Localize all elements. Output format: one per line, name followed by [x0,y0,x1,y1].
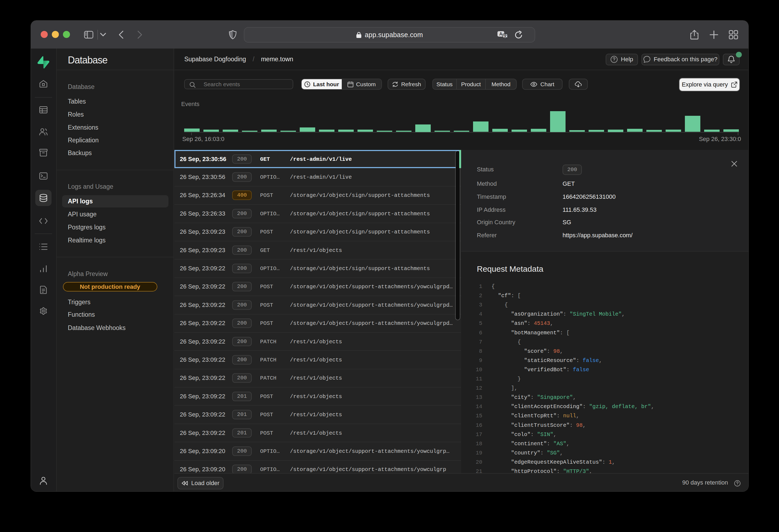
svg-text:文: 文 [503,34,507,38]
svg-text:A: A [499,31,502,36]
